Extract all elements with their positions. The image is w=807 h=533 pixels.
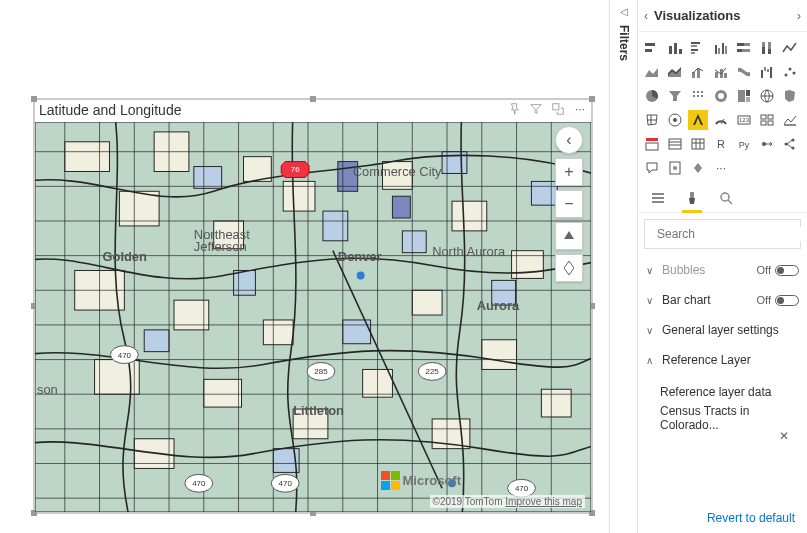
viz-paginated[interactable] — [665, 158, 685, 178]
fields-tab[interactable] — [648, 188, 668, 208]
search-input[interactable] — [657, 227, 807, 241]
viz-table[interactable] — [665, 134, 685, 154]
svg-rect-108 — [646, 143, 658, 150]
improve-map-link[interactable]: Improve this map — [505, 496, 582, 507]
viz-clustered-col[interactable] — [711, 38, 731, 58]
svg-point-90 — [701, 95, 703, 97]
format-general-row[interactable]: ∨ General layer settings — [638, 315, 807, 345]
svg-point-98 — [673, 118, 677, 122]
format-tab[interactable] — [682, 188, 702, 208]
map-style-button[interactable] — [555, 254, 583, 282]
svg-rect-126 — [652, 201, 664, 203]
city-denver: Denver — [338, 249, 382, 264]
city-golden: Golden — [103, 249, 148, 264]
viz-kpi[interactable] — [780, 110, 800, 130]
filters-expand-icon[interactable]: ◁ — [620, 6, 628, 17]
viz-gauge[interactable] — [711, 110, 731, 130]
svg-rect-54 — [674, 43, 677, 54]
viz-esri[interactable] — [665, 110, 685, 130]
map-pitch-button[interactable] — [555, 222, 583, 250]
viz-py[interactable]: Py — [734, 134, 754, 154]
viz-collapse-icon[interactable]: ‹ — [644, 9, 648, 23]
map-visual[interactable]: Latitude and Longitude ··· — [33, 98, 593, 514]
svg-rect-103 — [768, 115, 773, 119]
viz-stacked-bar[interactable] — [642, 38, 662, 58]
format-reference-row[interactable]: ∧ Reference Layer — [638, 345, 807, 375]
viz-key-infl[interactable] — [757, 134, 777, 154]
viz-qa[interactable] — [642, 158, 662, 178]
viz-stacked-area[interactable] — [665, 62, 685, 82]
viz-line[interactable] — [780, 38, 800, 58]
reference-layer-data-label: Reference layer data — [660, 379, 799, 405]
analytics-tab[interactable] — [716, 188, 736, 208]
viz-azure-maps[interactable] — [688, 110, 708, 130]
viz-clustered-bar[interactable] — [688, 38, 708, 58]
map-zoom-in-button[interactable]: + — [555, 158, 583, 186]
chevron-down-icon: ∨ — [646, 265, 658, 276]
map-zoom-out-button[interactable]: − — [555, 190, 583, 218]
svg-point-118 — [762, 142, 766, 146]
viz-multirow[interactable] — [757, 110, 777, 130]
svg-rect-19 — [412, 290, 442, 315]
viz-powerapps[interactable] — [688, 158, 708, 178]
viz-waterfall[interactable] — [757, 62, 777, 82]
viz-ribbon[interactable] — [734, 62, 754, 82]
viz-decomp[interactable] — [780, 134, 800, 154]
city-commerce: Commerce City — [353, 164, 442, 179]
format-bubbles-row[interactable]: ∨ Bubbles Off — [638, 255, 807, 285]
viz-funnel[interactable] — [665, 86, 685, 106]
format-barchart-row[interactable]: ∨ Bar chart Off — [638, 285, 807, 315]
viz-column[interactable] — [665, 38, 685, 58]
svg-rect-58 — [691, 49, 698, 51]
city-aurora: Aurora — [477, 298, 520, 313]
svg-rect-93 — [738, 90, 745, 102]
filter-icon[interactable] — [529, 102, 543, 116]
svg-rect-61 — [718, 48, 720, 54]
focus-icon[interactable] — [551, 102, 565, 116]
svg-rect-124 — [652, 193, 664, 195]
svg-text:123: 123 — [739, 117, 750, 123]
format-search[interactable] — [644, 219, 801, 249]
viz-area[interactable] — [642, 62, 662, 82]
viz-line-col[interactable] — [688, 62, 708, 82]
svg-point-123 — [673, 166, 677, 170]
viz-scatter[interactable] — [780, 62, 800, 82]
map-attribution: ©2019 TomTom Improve this map — [430, 495, 585, 508]
viz-filled-map[interactable] — [780, 86, 800, 106]
remove-reference-icon[interactable]: ✕ — [779, 429, 789, 443]
revert-default-link[interactable]: Revert to default — [638, 503, 807, 533]
viz-r[interactable]: R — [711, 134, 731, 154]
svg-text:Py: Py — [739, 140, 750, 150]
city-naurora: North Aurora — [432, 244, 506, 259]
svg-point-82 — [789, 68, 792, 71]
svg-rect-25 — [323, 211, 348, 241]
viz-donut[interactable] — [711, 86, 731, 106]
viz-shape-map[interactable] — [642, 110, 662, 130]
viz-pie[interactable] — [642, 86, 662, 106]
viz-treemap[interactable] — [734, 86, 754, 106]
viz-slicer[interactable] — [642, 134, 662, 154]
filters-pane-collapsed[interactable]: ◁ Filters — [609, 0, 637, 533]
viz-line-col2[interactable] — [711, 62, 731, 82]
city-nejeff2: Jefferson — [194, 239, 247, 254]
viz-pane-title: Visualizations — [654, 8, 791, 23]
pin-icon[interactable] — [507, 102, 521, 116]
map-collapse-button[interactable]: ‹ — [555, 126, 583, 154]
viz-dots[interactable] — [688, 86, 708, 106]
map-surface[interactable]: 470 470 470 470 285 225 76 Denver Golden… — [35, 122, 591, 512]
svg-rect-95 — [746, 97, 750, 102]
svg-rect-109 — [669, 139, 681, 149]
viz-matrix[interactable] — [688, 134, 708, 154]
viz-expand-icon[interactable]: › — [797, 9, 801, 23]
more-icon[interactable]: ··· — [573, 102, 587, 116]
svg-rect-127 — [690, 192, 694, 198]
svg-rect-52 — [645, 49, 652, 52]
viz-card[interactable]: 123 — [734, 110, 754, 130]
viz-more[interactable]: ··· — [711, 158, 731, 178]
viz-100bar[interactable] — [734, 38, 754, 58]
svg-point-49 — [357, 271, 365, 279]
viz-100col[interactable] — [757, 38, 777, 58]
svg-rect-74 — [715, 72, 718, 78]
viz-map[interactable] — [757, 86, 777, 106]
reference-layer-value[interactable]: Census Tracts in Colorado... — [660, 405, 799, 431]
